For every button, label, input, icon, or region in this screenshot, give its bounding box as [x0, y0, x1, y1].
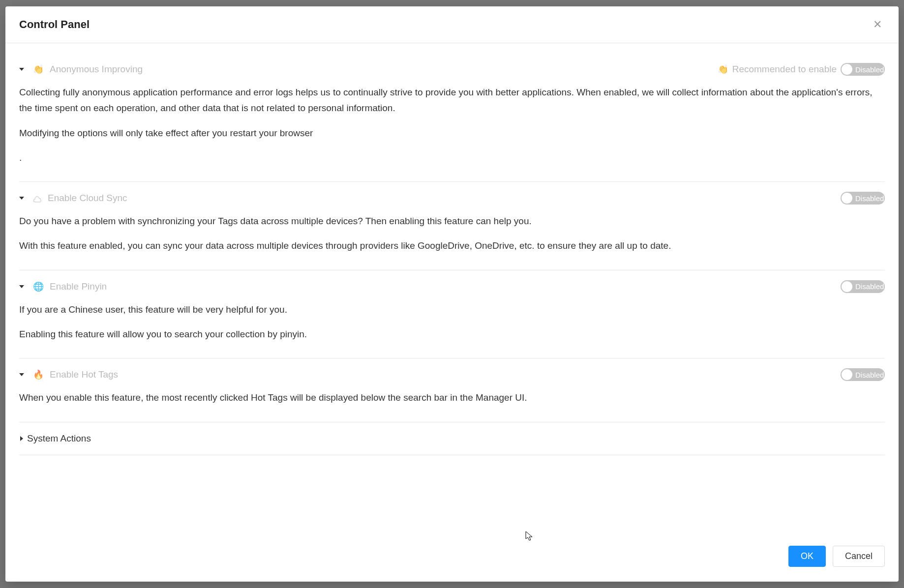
section-content-pinyin: If you are a Chinese user, this feature …	[19, 293, 885, 349]
description-text: Modifying the options will only take eff…	[19, 125, 885, 141]
toggle-knob	[842, 281, 852, 292]
section-title-system-actions: System Actions	[27, 433, 91, 444]
toggle-pinyin[interactable]: Disabled	[841, 280, 885, 293]
toggle-cloud-sync[interactable]: Disabled	[841, 192, 885, 205]
description-text: If you are a Chinese user, this feature …	[19, 302, 885, 318]
section-title-cloud-sync: Enable Cloud Sync	[48, 193, 127, 204]
section-title-anonymous: Anonymous Improving	[50, 64, 143, 75]
chevron-down-icon	[19, 285, 24, 288]
section-header-left: Enable Cloud Sync	[19, 193, 127, 204]
section-header-hot-tags[interactable]: 🔥 Enable Hot Tags Disabled	[19, 368, 885, 381]
section-content-anonymous: Collecting fully anonymous application p…	[19, 76, 885, 172]
section-pinyin: 🌐 Enable Pinyin Disabled If you are a Ch…	[19, 270, 885, 359]
recommend-label: Recommended to enable	[732, 64, 837, 75]
section-title-hot-tags: Enable Hot Tags	[50, 369, 118, 380]
section-hot-tags: 🔥 Enable Hot Tags Disabled When you enab…	[19, 358, 885, 422]
modal-header: Control Panel ✕	[5, 6, 899, 43]
ok-button[interactable]: OK	[788, 546, 826, 567]
control-panel-modal: Control Panel ✕ 👏 Anonymous Improving 👏 …	[5, 6, 899, 582]
toggle-label: Disabled	[855, 194, 884, 203]
description-text: Collecting fully anonymous application p…	[19, 85, 885, 117]
description-text: Enabling this feature will allow you to …	[19, 326, 885, 342]
toggle-hot-tags[interactable]: Disabled	[841, 368, 885, 381]
chevron-down-icon	[19, 197, 24, 200]
toggle-knob	[842, 64, 852, 75]
toggle-label: Disabled	[855, 371, 884, 379]
modal-footer: OK Cancel	[5, 537, 899, 582]
section-header-anonymous[interactable]: 👏 Anonymous Improving 👏 Recommended to e…	[19, 63, 885, 76]
section-header-right: Disabled	[841, 368, 885, 381]
section-header-pinyin[interactable]: 🌐 Enable Pinyin Disabled	[19, 280, 885, 293]
toggle-label: Disabled	[855, 65, 884, 74]
close-icon: ✕	[873, 18, 882, 31]
toggle-anonymous[interactable]: Disabled	[841, 63, 885, 76]
chevron-down-icon	[19, 68, 24, 71]
section-header-left: 🌐 Enable Pinyin	[19, 281, 107, 292]
description-text: With this feature enabled, you can sync …	[19, 238, 885, 254]
close-button[interactable]: ✕	[870, 17, 885, 32]
chevron-right-icon	[20, 436, 23, 441]
cancel-button[interactable]: Cancel	[833, 546, 885, 567]
section-header-right: Disabled	[841, 280, 885, 293]
section-system-actions[interactable]: System Actions	[19, 422, 885, 455]
section-content-hot-tags: When you enable this feature, the most r…	[19, 381, 885, 412]
modal-body[interactable]: 👏 Anonymous Improving 👏 Recommended to e…	[5, 43, 899, 537]
section-cloud-sync: Enable Cloud Sync Disabled Do you have a…	[19, 182, 885, 270]
toggle-knob	[842, 193, 852, 204]
description-text: When you enable this feature, the most r…	[19, 390, 885, 406]
section-header-right: 👏 Recommended to enable Disabled	[718, 63, 885, 76]
clap-icon: 👏	[33, 64, 44, 75]
clap-icon: 👏	[718, 64, 728, 75]
fire-icon: 🔥	[33, 369, 44, 380]
section-header-left: 👏 Anonymous Improving	[19, 64, 143, 75]
section-header-cloud-sync[interactable]: Enable Cloud Sync Disabled	[19, 192, 885, 205]
toggle-label: Disabled	[855, 282, 884, 291]
modal-title: Control Panel	[19, 18, 90, 31]
description-text: Do you have a problem with synchronizing…	[19, 213, 885, 229]
cloud-icon	[33, 195, 42, 201]
section-header-right: Disabled	[841, 192, 885, 205]
section-content-cloud-sync: Do you have a problem with synchronizing…	[19, 205, 885, 260]
description-text: .	[19, 150, 885, 166]
section-title-pinyin: Enable Pinyin	[50, 281, 107, 292]
section-anonymous-improving: 👏 Anonymous Improving 👏 Recommended to e…	[19, 53, 885, 182]
globe-icon: 🌐	[33, 281, 44, 292]
toggle-knob	[842, 369, 852, 380]
chevron-down-icon	[19, 373, 24, 376]
section-header-left: 🔥 Enable Hot Tags	[19, 369, 118, 380]
